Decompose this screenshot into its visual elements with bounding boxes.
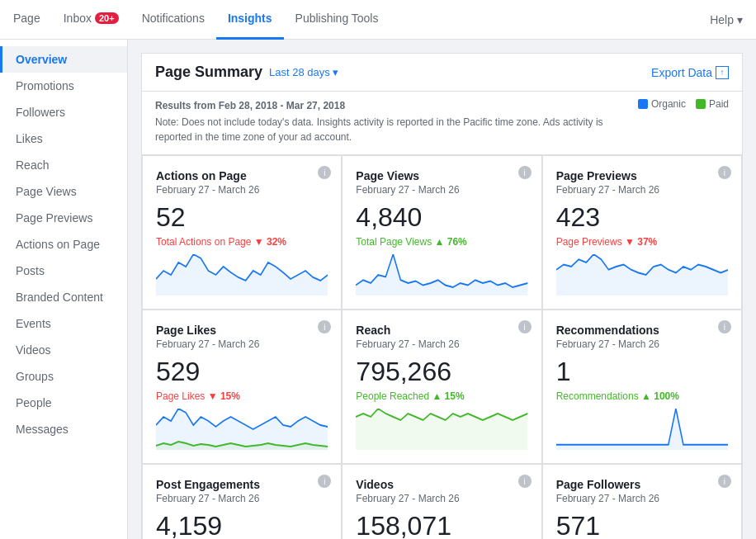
card-title: Actions on Page	[156, 169, 328, 182]
sidebar-item-branded-content[interactable]: Branded Content	[0, 284, 127, 310]
sidebar: OverviewPromotionsFollowersLikesReachPag…	[0, 40, 128, 539]
info-icon[interactable]: i	[518, 166, 532, 179]
summary-date[interactable]: Last 28 days ▾	[269, 66, 338, 78]
legend-paid: Paid	[696, 98, 729, 110]
card-title: Page Likes	[156, 324, 328, 337]
legend-organic: Organic	[638, 98, 686, 110]
card-title: Post Engagements	[156, 478, 328, 491]
card-page-views: i Page Views February 27 - March 26 4,84…	[342, 155, 541, 310]
nav-publishing-tools[interactable]: Publishing Tools	[284, 0, 390, 40]
sidebar-item-page-views[interactable]: Page Views	[0, 178, 127, 205]
nav-notifications[interactable]: Notifications	[130, 0, 216, 40]
sidebar-item-posts[interactable]: Posts	[0, 258, 127, 284]
card-title: Page Previews	[556, 169, 728, 182]
sidebar-item-followers[interactable]: Followers	[0, 99, 127, 125]
card-title: Page Views	[356, 169, 527, 182]
card-label: People Reached ▲ 15%	[356, 390, 527, 402]
sidebar-item-videos[interactable]: Videos	[0, 337, 127, 363]
card-page-followers: i Page Followers February 27 - March 26 …	[542, 464, 742, 539]
mini-chart	[156, 254, 328, 296]
legend: Organic Paid	[638, 98, 729, 110]
nav-page[interactable]: Page	[13, 0, 52, 40]
sidebar-item-people[interactable]: People	[0, 390, 127, 416]
card-value: 795,266	[356, 357, 527, 387]
main-content: Page Summary Last 28 days ▾ Export Data …	[128, 40, 756, 539]
card-value: 52	[156, 202, 328, 233]
nav-inbox[interactable]: Inbox 20+	[52, 0, 130, 40]
info-icon[interactable]: i	[318, 475, 331, 488]
help-button[interactable]: Help ▾	[710, 13, 743, 26]
info-icon[interactable]: i	[518, 475, 532, 488]
top-nav: Page Inbox 20+ Notifications Insights Pu…	[0, 0, 756, 40]
cards-grid: i Actions on Page February 27 - March 26…	[141, 154, 743, 539]
card-label: Total Page Views ▲ 76%	[356, 236, 527, 248]
mini-chart	[156, 409, 328, 450]
card-actions-on-page: i Actions on Page February 27 - March 26…	[142, 155, 342, 310]
card-date: February 27 - March 26	[156, 184, 328, 196]
info-icon[interactable]: i	[318, 320, 331, 333]
card-title: Reach	[356, 324, 527, 337]
card-title: Recommendations	[556, 324, 728, 337]
info-icon[interactable]: i	[718, 320, 731, 333]
card-recommendations: i Recommendations February 27 - March 26…	[542, 310, 742, 464]
card-page-likes: i Page Likes February 27 - March 26 529 …	[142, 310, 342, 464]
organic-dot	[638, 99, 648, 109]
card-label: Page Previews ▼ 37%	[556, 236, 728, 248]
card-date: February 27 - March 26	[556, 338, 728, 350]
mini-chart	[356, 409, 527, 450]
card-label: Total Actions on Page ▼ 32%	[156, 236, 328, 248]
card-label: Page Likes ▼ 15%	[156, 390, 328, 402]
info-icon[interactable]: i	[318, 166, 331, 179]
card-value: 571	[556, 511, 728, 539]
card-date: February 27 - March 26	[556, 493, 728, 504]
sidebar-item-likes[interactable]: Likes	[0, 125, 127, 152]
card-value: 529	[156, 357, 328, 387]
info-icon[interactable]: i	[718, 475, 731, 488]
sidebar-item-events[interactable]: Events	[0, 310, 127, 337]
paid-dot	[696, 99, 706, 109]
card-reach: i Reach February 27 - March 26 795,266 P…	[342, 310, 541, 464]
card-date: February 27 - March 26	[356, 184, 527, 196]
card-date: February 27 - March 26	[156, 338, 328, 350]
sidebar-item-groups[interactable]: Groups	[0, 363, 127, 390]
card-title: Page Followers	[556, 478, 728, 491]
card-post-engagements: i Post Engagements February 27 - March 2…	[142, 464, 342, 539]
card-page-previews: i Page Previews February 27 - March 26 4…	[542, 155, 742, 310]
card-value: 158,071	[356, 511, 527, 539]
info-bar: Results from Feb 28, 2018 - Mar 27, 2018…	[141, 91, 743, 154]
upload-icon: ↑	[716, 66, 729, 79]
nav-insights[interactable]: Insights	[216, 0, 284, 40]
card-value: 1	[556, 357, 728, 387]
mini-chart	[356, 254, 527, 296]
sidebar-item-reach[interactable]: Reach	[0, 152, 127, 178]
card-date: February 27 - March 26	[556, 184, 728, 196]
export-button[interactable]: Export Data ↑	[651, 66, 729, 79]
inbox-badge: 20+	[95, 12, 119, 24]
info-icon[interactable]: i	[718, 166, 731, 179]
card-value: 4,840	[356, 202, 527, 233]
card-label: Recommendations ▲ 100%	[556, 390, 728, 402]
chevron-down-icon: ▾	[737, 13, 743, 26]
sidebar-item-page-previews[interactable]: Page Previews	[0, 205, 127, 231]
card-date: February 27 - March 26	[356, 493, 527, 504]
card-videos: i Videos February 27 - March 26 158,071 …	[342, 464, 541, 539]
card-value: 4,159	[156, 511, 328, 539]
summary-header: Page Summary Last 28 days ▾ Export Data …	[141, 53, 743, 91]
mini-chart	[556, 254, 728, 296]
card-value: 423	[556, 202, 728, 233]
sidebar-item-overview[interactable]: Overview	[0, 46, 127, 73]
card-date: February 27 - March 26	[356, 338, 527, 350]
mini-chart	[556, 409, 728, 450]
summary-title: Page Summary	[155, 64, 262, 81]
card-date: February 27 - March 26	[156, 493, 328, 504]
info-icon[interactable]: i	[518, 320, 532, 333]
info-text: Results from Feb 28, 2018 - Mar 27, 2018…	[155, 98, 634, 144]
sidebar-item-actions-on-page[interactable]: Actions on Page	[0, 231, 127, 258]
card-title: Videos	[356, 478, 527, 491]
sidebar-item-messages[interactable]: Messages	[0, 416, 127, 442]
sidebar-item-promotions[interactable]: Promotions	[0, 73, 127, 99]
